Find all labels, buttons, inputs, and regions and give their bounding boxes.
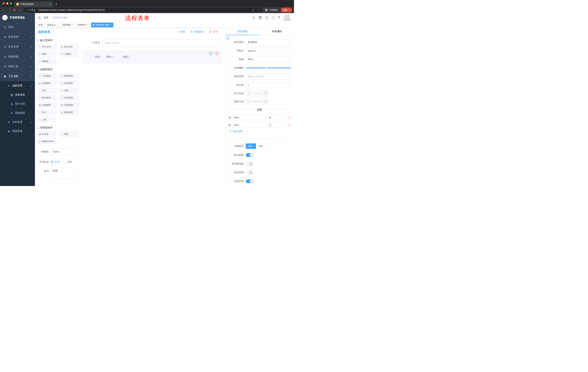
sidebar-item-process-management[interactable]: ≡ 流程管理 ▴ — [0, 81, 35, 90]
menu-kebab-icon[interactable]: ⋮ — [288, 9, 291, 11]
tag-process-form-edit[interactable]: 流程表单-编辑 × — [91, 22, 113, 27]
fullscreen-icon[interactable] — [272, 16, 275, 19]
form-name-input[interactable] — [51, 149, 79, 155]
window-zoom-button[interactable] — [10, 2, 12, 5]
tag-process-model[interactable]: 流程模型 × — [61, 22, 75, 27]
sidebar-item-infrastructure[interactable]: ⊡ 基础设施 ▾ — [0, 52, 35, 62]
tag-process-form[interactable]: 流程表单 × — [76, 22, 90, 27]
component-chip-rate[interactable]: ☆评分 — [37, 109, 56, 115]
component-chip-cascader[interactable]: ⋔级联选择 — [59, 73, 79, 79]
slider-handle[interactable] — [288, 67, 291, 69]
gender-option2-checkbox[interactable]: 选项二 — [119, 55, 130, 58]
component-chip-single-line-text[interactable]: ▭单行文本 — [37, 44, 56, 50]
component-chip-radio-group[interactable]: ◉单选框组 — [37, 80, 56, 86]
back-icon[interactable]: ← — [2, 8, 7, 12]
sidebar-item-system[interactable]: ⚙ 系统管理 ▾ — [0, 32, 35, 42]
tag-process-definition[interactable]: 流程定义 × — [45, 22, 60, 27]
component-type-select[interactable]: 多选框组 ▾ — [246, 39, 291, 45]
bookmark-star-icon[interactable]: ☆ — [257, 8, 259, 12]
github-icon[interactable] — [259, 16, 262, 19]
option-value-input[interactable] — [267, 122, 287, 128]
link-icon[interactable] — [226, 36, 230, 40]
sidebar-item-devtools[interactable]: ⚒ 研发工具 ▾ — [0, 62, 35, 71]
sidebar-item-payment[interactable]: ¥ 支付管理 ▾ — [0, 42, 35, 52]
phone-input[interactable] — [102, 40, 221, 46]
component-chip-date-picker[interactable]: ▦日期选择 — [37, 102, 56, 108]
required-switch[interactable] — [246, 180, 253, 183]
option-label-input[interactable] — [232, 122, 266, 128]
reload-icon[interactable]: ↻ — [12, 8, 17, 12]
delete-field-button[interactable] — [215, 51, 219, 55]
new-tab-button[interactable]: + — [55, 2, 57, 6]
component-chip-checkbox-group[interactable]: ☑多选框组 — [59, 80, 79, 86]
sidebar-item-workflow[interactable]: ▣ 工作流程 ▴ — [0, 71, 35, 81]
remove-option-icon[interactable]: − — [288, 124, 291, 127]
style-button-button[interactable]: 按钮 — [256, 143, 266, 149]
title-input[interactable] — [246, 56, 291, 63]
close-icon[interactable]: × — [110, 24, 112, 26]
gender-option1-checkbox[interactable]: 选项一 — [102, 55, 113, 58]
help-icon[interactable]: ? — [265, 16, 268, 19]
component-chip-color-picker[interactable]: ◍颜色选择 — [59, 109, 79, 115]
status-off-radio[interactable]: 关闭 — [63, 160, 72, 164]
close-icon[interactable]: × — [87, 24, 89, 26]
component-chip-slider[interactable]: ↦滑块 — [59, 87, 79, 93]
component-chip-switch[interactable]: ◐开关 — [37, 87, 56, 93]
tag-home[interactable]: 首页 — [37, 22, 44, 27]
font-size-icon[interactable]: T — [278, 16, 280, 19]
component-chip-counter[interactable]: 123计数器 — [59, 51, 79, 57]
password-key-icon[interactable] — [252, 9, 254, 11]
window-minimize-button[interactable] — [6, 2, 8, 5]
component-chip-editor[interactable]: ✎编辑器 — [37, 58, 56, 64]
form-grid-slider[interactable] — [246, 67, 290, 68]
sidebar-item-process-model[interactable]: ➤ 流程模型 — [0, 108, 35, 117]
sidebar-item-process-form[interactable]: ▤ 流程表单 — [0, 90, 35, 99]
canvas-field-phone[interactable]: *手机号 — [83, 38, 223, 47]
max-select-value[interactable]: 最多可选 — [251, 99, 263, 104]
component-chip-button[interactable]: ▢按钮 — [59, 131, 79, 137]
component-chip-table-wip[interactable]: ⊞表格[开发中] — [37, 138, 56, 144]
max-select-stepper[interactable]: − 最多可选 + — [246, 99, 268, 105]
view-json-button[interactable]: 查看json — [190, 30, 204, 33]
status-on-radio[interactable]: 开启 — [51, 160, 59, 164]
with-border-switch[interactable] — [246, 162, 253, 166]
label-width-input[interactable] — [246, 73, 291, 80]
component-chip-password[interactable]: ◈密码 — [37, 51, 56, 57]
clear-button[interactable]: 清空 — [209, 30, 218, 33]
component-chip-date-range[interactable]: ▧日期范围 — [59, 102, 79, 108]
style-default-button[interactable]: 默认 — [246, 143, 256, 149]
form-canvas[interactable]: *手机号 *性别 — [81, 36, 226, 186]
min-select-stepper[interactable]: − 至少应选 + — [246, 90, 268, 96]
user-menu[interactable]: ▾ — [284, 15, 291, 21]
site-security-badge[interactable]: ⚠ 不安全 — [26, 9, 36, 12]
remove-option-icon[interactable]: − — [288, 116, 291, 119]
browser-update-button[interactable]: 更新 ⋮ — [281, 8, 292, 12]
form-remark-textarea[interactable]: 嘿嘿 — [51, 168, 79, 179]
show-label-switch[interactable] — [246, 153, 253, 157]
duplicate-field-button[interactable] — [209, 51, 213, 55]
component-chip-dropdown[interactable]: ⊙下拉选择 — [37, 73, 56, 79]
add-option-button[interactable]: + 添加选项 — [229, 130, 291, 133]
sidebar-item-task-management[interactable]: ⋔ 任务管理 ▾ — [0, 117, 35, 127]
app-logo[interactable]: 芋道管理系统 — [0, 13, 35, 22]
component-chip-upload[interactable]: ↥上传 — [37, 117, 56, 122]
tab-component-props[interactable]: 组件属性 — [226, 28, 260, 35]
home-icon[interactable]: ⌂ — [17, 8, 22, 12]
component-chip-time-range[interactable]: ◴时间范围 — [59, 95, 79, 101]
disabled-switch[interactable] — [246, 171, 253, 174]
window-close-button[interactable] — [2, 2, 5, 5]
address-bar[interactable]: ⚠ 不安全 dashboard.yudao.iocoder.cn/bpm/man… — [24, 8, 262, 12]
increase-icon[interactable]: + — [263, 91, 268, 96]
forward-icon[interactable]: → — [7, 8, 12, 12]
sidebar-item-user-groups[interactable]: ◎ 用户分组 — [0, 99, 35, 108]
hamburger-icon[interactable] — [38, 16, 41, 20]
increase-icon[interactable]: + — [263, 99, 268, 104]
close-icon[interactable]: × — [72, 24, 73, 26]
drag-handle-icon[interactable] — [228, 116, 231, 119]
field-name-input[interactable] — [246, 48, 291, 54]
option-value-input[interactable] — [267, 115, 287, 120]
component-chip-time-picker[interactable]: ◷时间选择 — [37, 95, 56, 101]
decrease-icon[interactable]: − — [246, 91, 251, 96]
browser-tab[interactable]: 芋道管理系统 × — [15, 1, 53, 7]
canvas-field-gender-selected[interactable]: *性别 选项一 选项二 — [83, 50, 223, 64]
